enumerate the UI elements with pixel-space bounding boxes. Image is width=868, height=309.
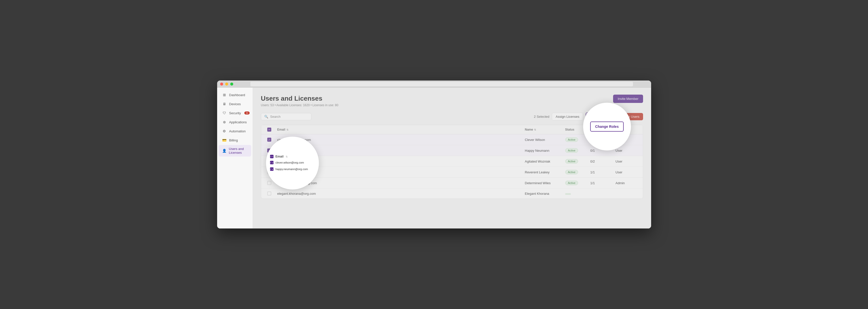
status-badge: Active [565, 148, 578, 153]
status-badge: Active [565, 170, 578, 174]
td-status [563, 189, 588, 199]
url-bar[interactable] [250, 82, 633, 86]
invite-member-button[interactable]: Invite Member [613, 95, 643, 103]
spotlight-change-roles-button[interactable]: Change Roles [590, 122, 624, 132]
td-licenses [588, 191, 614, 197]
app-window: ⊞ Dashboard 🖥 Devices 🛡 Security 34 ⊛ Ap… [217, 80, 651, 229]
spotlight-email-1: clever.wilson@org.com [276, 161, 304, 164]
th-checkbox [265, 125, 275, 134]
td-email: elegant.khorana@org.com [275, 189, 523, 199]
td-name: Reverent Leakey [523, 167, 563, 177]
select-all-checkbox[interactable] [267, 128, 271, 132]
sidebar: ⊞ Dashboard 🖥 Devices 🛡 Security 34 ⊛ Ap… [217, 88, 253, 229]
status-badge: Active [565, 181, 578, 185]
spotlight-indeterminate-checkbox[interactable]: − [270, 155, 274, 158]
td-name: Determined Wiles [523, 178, 563, 188]
page-title-area: Users and Licenses Users: 53 • Available… [261, 95, 339, 107]
close-button[interactable] [220, 82, 223, 85]
spotlight-row1-checkbox[interactable]: ✓ [270, 161, 274, 164]
sidebar-item-label: Billing [229, 138, 238, 142]
selected-count: 2 Selected [534, 115, 549, 118]
td-role [614, 191, 639, 197]
maximize-button[interactable] [230, 82, 233, 85]
app-body: ⊞ Dashboard 🖥 Devices 🛡 Security 34 ⊛ Ap… [217, 88, 651, 229]
spotlight-email-2: happy.neumann@org.com [276, 168, 308, 171]
td-name: Agitated Wozniak [523, 157, 563, 166]
td-status: Active [563, 134, 588, 145]
td-checkbox[interactable] [265, 188, 275, 199]
sidebar-item-automation[interactable]: ⚙ Automation [219, 127, 251, 135]
sidebar-item-label: Applications [229, 120, 247, 124]
minimize-button[interactable] [225, 82, 228, 85]
td-role: User [614, 157, 639, 166]
table-row: elegant.khorana@org.com Elegant Khorana [261, 188, 643, 199]
td-name: Clever Wilson [523, 135, 563, 145]
spotlight-left: − Email ⇅ ✓ clever.wilson@org.com ✓ happ… [266, 137, 319, 190]
applications-icon: ⊛ [222, 120, 227, 124]
billing-icon: 💳 [222, 138, 227, 142]
th-email-label: Email [277, 128, 285, 131]
devices-icon: 🖥 [222, 102, 227, 106]
titlebar [217, 80, 651, 88]
status-badge: Active [565, 159, 578, 164]
table-row: happy.neumann@org.com Happy Neumann Acti… [261, 145, 643, 156]
td-status: Active [563, 167, 588, 177]
th-name-label: Name [525, 128, 533, 131]
page-header: Users and Licenses Users: 53 • Available… [261, 95, 643, 107]
td-status: Active [563, 156, 588, 167]
sidebar-item-label: Dashboard [229, 93, 245, 97]
spotlight-sort-arrows: ⇅ [286, 155, 288, 158]
security-icon: 🛡 [222, 111, 227, 115]
row-checkbox[interactable] [267, 192, 271, 196]
td-status: Active [563, 178, 588, 188]
td-status: Active [563, 145, 588, 156]
search-box[interactable]: 🔍 [261, 113, 311, 120]
th-name: Name ⇅ [523, 125, 563, 134]
page-title: Users and Licenses [261, 95, 339, 102]
td-role: Admin [614, 178, 639, 188]
email-sort-icon[interactable]: ⇅ [286, 128, 288, 131]
main-content: Users and Licenses Users: 53 • Available… [253, 88, 651, 229]
row-checkbox[interactable] [267, 138, 271, 142]
search-input[interactable] [270, 115, 308, 118]
sidebar-item-label: Automation [229, 129, 246, 133]
sidebar-item-label: Security [229, 111, 241, 115]
assign-licenses-button[interactable]: Assign Licenses [552, 113, 583, 121]
sidebar-item-label: Devices [229, 102, 241, 106]
sidebar-item-users[interactable]: 👤 Users and Licenses [219, 145, 251, 157]
td-licenses: 0/2 [588, 157, 614, 166]
security-badge: 34 [244, 111, 249, 114]
sidebar-item-billing[interactable]: 💳 Billing [219, 136, 251, 144]
td-role: User [614, 167, 639, 177]
sidebar-item-devices[interactable]: 🖥 Devices [219, 100, 251, 108]
th-email: Email ⇅ [275, 125, 523, 134]
sidebar-item-label: Users and Licenses [229, 147, 248, 154]
td-name: Happy Neumann [523, 146, 563, 156]
sidebar-item-applications[interactable]: ⊛ Applications [219, 118, 251, 126]
page-subtitle: Users: 53 • Available Licenses: 1620 • L… [261, 103, 339, 107]
td-licenses: 1/1 [588, 167, 614, 177]
th-status-label: Status [565, 128, 575, 131]
spotlight-right: Change Roles [583, 103, 631, 150]
td-licenses: 1/1 [588, 178, 614, 188]
name-sort-icon[interactable]: ⇅ [534, 128, 536, 131]
automation-icon: ⚙ [222, 129, 227, 133]
td-email: clever.wilson@org.com [275, 135, 523, 145]
spotlight-email-label: Email [276, 155, 284, 158]
users-icon: 👤 [222, 148, 226, 153]
row-checkbox[interactable] [267, 181, 271, 185]
status-badge [565, 193, 571, 195]
sidebar-item-dashboard[interactable]: ⊞ Dashboard [219, 91, 251, 99]
spotlight-row2-checkbox[interactable]: ✓ [270, 167, 274, 171]
search-icon: 🔍 [264, 115, 268, 118]
status-badge: Active [565, 137, 578, 142]
dashboard-icon: ⊞ [222, 93, 227, 97]
td-checkbox[interactable] [265, 135, 275, 145]
td-name: Elegant Khorana [523, 189, 563, 199]
table-row: determined.wiles@org.com Determined Wile… [261, 178, 643, 188]
sidebar-item-security[interactable]: 🛡 Security 34 [219, 109, 251, 117]
